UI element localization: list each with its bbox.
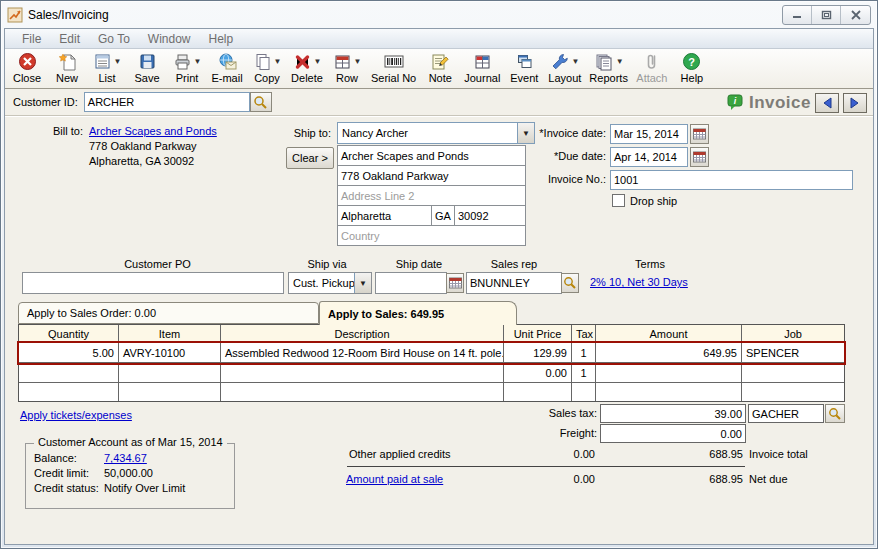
minimize-button[interactable]: [783, 6, 812, 24]
clear-ship-to-button[interactable]: Clear >: [286, 147, 334, 169]
ship-to-zip-field[interactable]: 30092: [454, 205, 526, 226]
invoice-no-label: Invoice No.:: [482, 173, 606, 185]
note-button[interactable]: Note: [420, 50, 460, 88]
bill-to-customer-link[interactable]: Archer Scapes and Ponds: [89, 125, 217, 137]
search-icon: [828, 407, 842, 421]
due-date-label: *Due date:: [482, 150, 606, 162]
list-icon: [93, 52, 112, 71]
freight-input[interactable]: 0.00: [600, 424, 746, 443]
ship-to-state-field[interactable]: GA: [431, 205, 455, 226]
invoice-total-label: Invoice total: [749, 448, 808, 460]
list-dropdown-icon[interactable]: ▼: [114, 57, 122, 66]
reports-button[interactable]: ▼ Reports: [585, 50, 632, 88]
copy-button[interactable]: ▼ Copy: [247, 50, 287, 88]
delete-button[interactable]: ▼ Delete: [287, 50, 327, 88]
drop-ship-checkbox[interactable]: [612, 194, 625, 207]
svg-text:?: ?: [689, 56, 696, 68]
chevron-down-icon[interactable]: ▼: [354, 273, 371, 293]
journal-button[interactable]: Journal: [460, 50, 504, 88]
sales-tax-input[interactable]: 39.00: [600, 404, 746, 423]
serial-no-button[interactable]: Serial No: [367, 50, 420, 88]
layout-dropdown-icon[interactable]: ▼: [571, 57, 579, 66]
amount-paid-value: 0.00: [475, 473, 595, 485]
ship-via-select[interactable]: Cust. Pickup ▼: [288, 272, 372, 294]
customer-lookup-button[interactable]: [250, 92, 272, 112]
sales-tax-lookup-button[interactable]: [825, 404, 845, 423]
menu-help[interactable]: Help: [200, 32, 243, 46]
list-button[interactable]: ▼ List: [87, 50, 127, 88]
sales-tax-code-field[interactable]: GACHER: [748, 404, 824, 423]
terms-link[interactable]: 2% 10, Net 30 Days: [590, 276, 688, 288]
invoice-date-calendar-button[interactable]: [690, 124, 709, 144]
sales-rep-lookup-button[interactable]: [561, 273, 579, 293]
close-record-icon: [18, 51, 37, 72]
tab-apply-to-sales[interactable]: Apply to Sales: 649.95: [319, 301, 517, 325]
tab-apply-to-sales-order[interactable]: Apply to Sales Order: 0.00: [18, 302, 319, 324]
balance-link[interactable]: 7,434.67: [104, 452, 147, 464]
drop-ship-label: Drop ship: [630, 195, 677, 207]
bill-to-city-line: Alpharetta, GA 30092: [89, 155, 194, 167]
ship-to-address2-field[interactable]: Address Line 2: [337, 185, 526, 206]
menu-edit[interactable]: Edit: [50, 32, 89, 46]
print-dropdown-icon[interactable]: ▼: [194, 57, 202, 66]
row-dropdown-icon[interactable]: ▼: [354, 57, 362, 66]
journal-icon: [473, 51, 492, 72]
close-button[interactable]: Close: [7, 50, 47, 88]
event-button[interactable]: Event: [504, 50, 544, 88]
freight-label: Freight:: [497, 427, 597, 439]
new-button[interactable]: New: [47, 50, 87, 88]
help-button[interactable]: ? Help: [672, 50, 712, 88]
delete-dropdown-icon[interactable]: ▼: [314, 57, 322, 66]
due-date-calendar-button[interactable]: [690, 147, 709, 167]
bill-to-label: Bill to:: [53, 125, 83, 137]
toolbar: Close New ▼ List Save ▼ Print E-mail: [5, 49, 873, 89]
ship-to-city-field[interactable]: Alpharetta: [337, 205, 432, 226]
other-applied-credits-label: Other applied credits: [349, 448, 451, 460]
terms-label: Terms: [590, 258, 710, 270]
search-icon: [563, 276, 577, 290]
table-row[interactable]: 5.00 AVRY-10100 Assembled Redwood 12-Roo…: [19, 343, 844, 363]
email-button[interactable]: E-mail: [207, 50, 247, 88]
ship-date-label: Ship date: [373, 258, 465, 270]
customer-po-input[interactable]: [22, 272, 284, 294]
invoice-info-icon[interactable]: i: [727, 94, 745, 112]
invoice-no-input[interactable]: 1001: [610, 170, 853, 190]
ship-date-input[interactable]: [375, 272, 447, 294]
copy-dropdown-icon[interactable]: ▼: [274, 57, 282, 66]
arrow-right-icon: [850, 97, 860, 109]
ship-date-calendar-button[interactable]: [446, 273, 464, 293]
help-icon: ?: [682, 51, 701, 72]
close-window-button[interactable]: [841, 6, 870, 24]
amount-paid-at-sale-link[interactable]: Amount paid at sale: [346, 473, 443, 485]
new-document-icon: [58, 51, 77, 72]
ship-to-country-field[interactable]: Country: [337, 225, 526, 246]
restore-button[interactable]: [812, 6, 841, 24]
col-item: Item: [119, 325, 221, 343]
sales-rep-input[interactable]: BNUNNLEY: [466, 272, 562, 294]
customer-id-label: Customer ID:: [13, 96, 78, 108]
row-button[interactable]: ▼ Row: [327, 50, 367, 88]
layout-icon: [550, 52, 569, 71]
table-row[interactable]: 0.00 1: [19, 363, 844, 383]
reports-dropdown-icon[interactable]: ▼: [616, 57, 624, 66]
previous-record-button[interactable]: [815, 93, 839, 113]
layout-button[interactable]: ▼ Layout: [544, 50, 585, 88]
menu-window[interactable]: Window: [139, 32, 200, 46]
col-job: Job: [742, 325, 844, 343]
customer-id-input[interactable]: ARCHER: [84, 92, 250, 112]
due-date-input[interactable]: Apr 14, 2014: [610, 147, 688, 167]
save-button[interactable]: Save: [127, 50, 167, 88]
menu-goto[interactable]: Go To: [89, 32, 139, 46]
ship-via-label: Ship via: [284, 258, 370, 270]
next-record-button[interactable]: [843, 93, 867, 113]
customer-header-row: Customer ID: ARCHER i Invoice: [5, 89, 873, 116]
print-button[interactable]: ▼ Print: [167, 50, 207, 88]
attach-icon: [644, 51, 660, 72]
title-bar[interactable]: Sales/Invoicing: [1, 1, 877, 28]
apply-tickets-expenses-link[interactable]: Apply tickets/expenses: [20, 409, 132, 421]
line-items-table: Quantity Item Description Unit Price Tax…: [18, 324, 845, 402]
col-tax: Tax: [572, 325, 596, 343]
table-row[interactable]: [19, 383, 844, 401]
invoice-date-input[interactable]: Mar 15, 2014: [610, 124, 688, 144]
menu-file[interactable]: File: [13, 32, 50, 46]
